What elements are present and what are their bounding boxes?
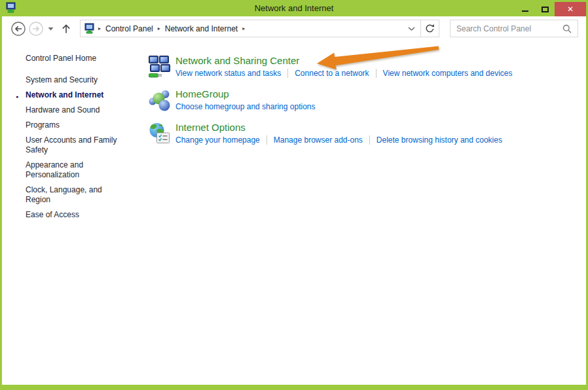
link-separator (266, 135, 267, 145)
category-links: View network status and tasks Connect to… (175, 69, 513, 78)
task-link-view-network-status[interactable]: View network status and tasks (175, 69, 281, 78)
minimize-button[interactable] (515, 2, 535, 16)
window-controls: ✕ (515, 2, 586, 16)
task-link-view-network-computers[interactable]: View network computers and devices (383, 69, 513, 78)
sidebar-item-ease-of-access[interactable]: Ease of Access (26, 210, 129, 220)
address-bar: ▸ Control Panel ▸ Network and Internet ▸ (80, 20, 439, 37)
breadcrumb-separator-icon[interactable]: ▸ (156, 26, 162, 31)
breadcrumb-separator-icon[interactable]: ▸ (96, 26, 103, 31)
category-links: Change your homepage Manage browser add-… (175, 135, 502, 145)
control-panel-icon[interactable] (84, 23, 95, 34)
category-title-network-sharing-center[interactable]: Network and Sharing Center (175, 55, 513, 66)
maximize-button[interactable] (535, 2, 555, 16)
link-separator (376, 69, 377, 78)
category-list: Network and Sharing Center View network … (149, 41, 586, 385)
content-area: Control Panel Home System and Security ●… (2, 41, 586, 385)
up-button[interactable] (60, 23, 72, 35)
sidebar-item-programs[interactable]: Programs (26, 120, 129, 130)
task-link-delete-history[interactable]: Delete browsing history and cookies (377, 135, 502, 145)
link-separator (369, 135, 370, 145)
forward-button[interactable] (28, 21, 44, 37)
task-link-choose-homegroup[interactable]: Choose homegroup and sharing options (175, 102, 315, 111)
titlebar: Network and Internet ✕ (2, 2, 586, 16)
sidebar-item-hardware-and-sound[interactable]: Hardware and Sound (26, 105, 129, 115)
maximize-icon (542, 7, 549, 12)
network-sharing-center-icon[interactable] (149, 56, 171, 80)
active-bullet-icon: ● (16, 92, 18, 101)
internet-options-icon[interactable] (149, 122, 171, 147)
sidebar-item-appearance[interactable]: Appearance and Personalization (26, 160, 129, 180)
back-button[interactable] (10, 21, 26, 37)
close-button[interactable]: ✕ (555, 2, 586, 16)
refresh-icon (425, 24, 435, 33)
sidebar-item-system-and-security[interactable]: System and Security (26, 75, 129, 85)
link-separator (287, 69, 288, 78)
window-title: Network and Internet (2, 2, 586, 16)
task-link-connect-to-network[interactable]: Connect to a network (295, 69, 369, 78)
minimize-icon (522, 10, 528, 12)
homegroup-icon[interactable] (149, 89, 171, 113)
breadcrumb: ▸ Control Panel ▸ Network and Internet ▸ (81, 23, 403, 34)
category-title-internet-options[interactable]: Internet Options (175, 122, 502, 133)
sidebar-item-label: Network and Internet (26, 90, 103, 99)
category-homegroup: HomeGroup Choose homegroup and sharing o… (149, 88, 586, 113)
task-link-manage-addons[interactable]: Manage browser add-ons (274, 135, 363, 145)
breadcrumb-control-panel[interactable]: Control Panel (103, 24, 156, 33)
sidebar-item-user-accounts[interactable]: User Accounts and Family Safety (26, 135, 129, 155)
sidebar: Control Panel Home System and Security ●… (2, 41, 149, 385)
close-icon: ✕ (567, 2, 574, 16)
category-links: Choose homegroup and sharing options (175, 102, 315, 111)
category-internet-options: Internet Options Change your homepage Ma… (149, 122, 586, 147)
category-network-sharing-center: Network and Sharing Center View network … (149, 55, 586, 80)
search-box (450, 20, 578, 37)
sidebar-item-clock-language-region[interactable]: Clock, Language, and Region (26, 185, 129, 205)
task-link-change-homepage[interactable]: Change your homepage (175, 135, 260, 145)
control-panel-window: Network and Internet ✕ (0, 0, 588, 390)
address-dropdown-icon[interactable] (403, 24, 420, 33)
sidebar-item-control-panel-home[interactable]: Control Panel Home (26, 54, 129, 63)
search-input[interactable] (456, 24, 562, 33)
breadcrumb-network-and-internet[interactable]: Network and Internet (162, 24, 240, 33)
breadcrumb-separator-icon[interactable]: ▸ (240, 26, 247, 31)
search-icon[interactable] (562, 24, 572, 33)
navigation-toolbar: ▸ Control Panel ▸ Network and Internet ▸ (2, 16, 586, 41)
sidebar-item-network-and-internet[interactable]: ●Network and Internet (26, 90, 129, 100)
recent-pages-chevron-icon[interactable] (48, 27, 54, 31)
category-title-homegroup[interactable]: HomeGroup (175, 88, 315, 99)
refresh-button[interactable] (421, 20, 439, 37)
